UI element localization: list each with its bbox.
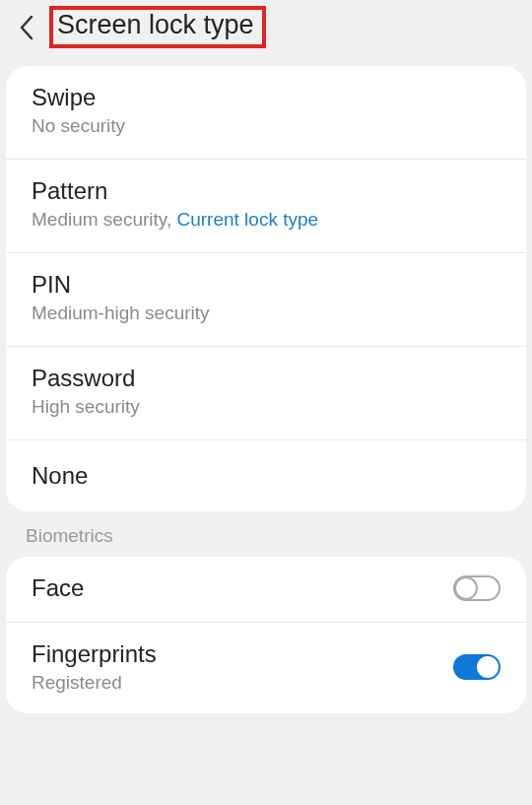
lock-type-title: PIN	[32, 271, 500, 299]
current-lock-type-label: Current lock type	[176, 209, 318, 230]
biometrics-card: Face Fingerprints Registered	[6, 557, 526, 713]
lock-type-pattern[interactable]: Pattern Medium security, Current lock ty…	[6, 160, 526, 253]
biometrics-section-label: Biometrics	[0, 511, 532, 553]
lock-type-pin[interactable]: PIN Medium-high security	[6, 253, 526, 347]
lock-type-title: Password	[32, 365, 500, 392]
lock-type-sub: Medium security, Current lock type	[32, 209, 500, 231]
lock-type-none[interactable]: None	[6, 440, 526, 511]
back-icon[interactable]	[10, 11, 43, 44]
biometric-sub: Registered	[32, 672, 453, 694]
title-highlight-box: Screen lock type	[49, 6, 266, 48]
lock-type-swipe[interactable]: Swipe No security	[6, 66, 526, 160]
lock-type-card: Swipe No security Pattern Medium securit…	[6, 66, 526, 511]
lock-type-sub: Medium-high security	[32, 302, 500, 324]
lock-type-sub: High security	[32, 396, 500, 418]
header: Screen lock type	[0, 0, 532, 62]
lock-type-sub: No security	[32, 115, 500, 137]
lock-type-password[interactable]: Password High security	[6, 347, 526, 440]
lock-type-title: None	[32, 462, 500, 490]
lock-type-title: Swipe	[32, 84, 500, 111]
biometric-fingerprints[interactable]: Fingerprints Registered	[6, 623, 526, 713]
biometric-face[interactable]: Face	[6, 557, 526, 623]
biometric-title: Face	[32, 574, 453, 602]
biometric-title: Fingerprints	[32, 640, 453, 668]
lock-type-title: Pattern	[32, 177, 500, 205]
page-title: Screen lock type	[57, 10, 254, 39]
face-toggle[interactable]	[453, 575, 500, 601]
fingerprints-toggle[interactable]	[453, 654, 500, 680]
